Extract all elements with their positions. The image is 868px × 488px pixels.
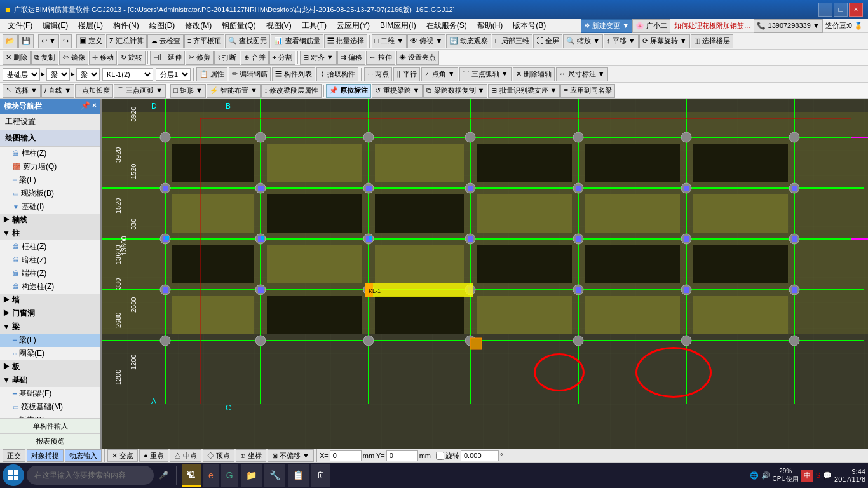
delete-btn[interactable]: ✕ 删除 — [3, 51, 31, 65]
zoom-btn[interactable]: 🔍 缩放 ▼ — [563, 34, 603, 48]
redo-btn[interactable]: ↪ — [60, 34, 72, 48]
original-label-btn[interactable]: 📌 原位标注 — [326, 84, 371, 98]
taskbar-app-browser[interactable]: e — [203, 464, 219, 487]
point-angle-btn[interactable]: ∠ 点角 ▼ — [421, 67, 458, 81]
x-input[interactable] — [330, 450, 362, 461]
start-button[interactable] — [3, 464, 24, 486]
sum-calc-btn[interactable]: Σ 汇总计算 — [106, 34, 147, 48]
save-btn[interactable]: 💾 — [18, 34, 34, 48]
span-copy-btn[interactable]: ⧉ 梁跨数据复制 ▼ — [423, 84, 487, 98]
y-input[interactable] — [386, 450, 418, 461]
select-tool-btn[interactable]: ↖ 选择 ▼ — [3, 84, 41, 98]
level-floor-btn[interactable]: ≡ 齐平板顶 — [184, 34, 224, 48]
menu-bim[interactable]: BIM应用(I) — [375, 19, 421, 32]
set-grip-btn[interactable]: ◈ 设置夹点 — [396, 51, 439, 65]
sidebar-item-foundation-i[interactable]: ▼基础(I) — [0, 200, 100, 214]
assistant-btn[interactable]: 🌸 广小二 — [632, 19, 670, 33]
pick-element-btn[interactable]: ⊹ 拾取构件 — [316, 67, 358, 81]
copy-btn[interactable]: ⧉ 复制 — [31, 51, 58, 65]
rotate-input[interactable] — [461, 450, 499, 461]
move-btn[interactable]: ✛ 移动 — [89, 51, 117, 65]
sidebar-item-end-col[interactable]: 🏛端柱(Z) — [0, 267, 100, 280]
coord-snap-btn[interactable]: ⊕ 坐标 — [236, 449, 266, 462]
del-aux-btn[interactable]: ✕ 删除辅轴 — [513, 67, 555, 81]
merge-btn[interactable]: ⊕ 合并 — [241, 51, 269, 65]
trim-btn[interactable]: ✂ 修剪 — [186, 51, 214, 65]
taskbar-app-chrome[interactable]: G — [221, 464, 238, 487]
no-offset-btn[interactable]: ⊠ 不偏移 ▼ — [268, 449, 314, 462]
mirror-btn[interactable]: ⇔ 镜像 — [59, 51, 88, 65]
menu-file[interactable]: 文件(F) — [3, 19, 37, 32]
intersection-snap-btn[interactable]: ✕ 交点 — [107, 449, 138, 462]
taskbar-app-4[interactable]: 🗓 — [311, 464, 330, 487]
cad-canvas[interactable]: 3920 1520 13600 2680 1200 330 D A C B KL… — [102, 99, 868, 449]
menu-element[interactable]: 构件(N) — [108, 19, 144, 32]
sidebar-item-wall-q[interactable]: 🧱剪力墙(Q) — [0, 160, 100, 173]
menu-view[interactable]: 视图(V) — [261, 19, 297, 32]
fullscreen-btn[interactable]: ⛶ 全屏 — [533, 34, 562, 48]
sidebar-item-dark-col[interactable]: 🏛暗柱(Z) — [0, 254, 100, 267]
menu-help[interactable]: 帮助(H) — [472, 19, 508, 32]
offset-btn[interactable]: ⇉ 偏移 — [337, 51, 365, 65]
rotate-screen-btn[interactable]: ⟳ 屏幕旋转 ▼ — [639, 34, 690, 48]
menu-version[interactable]: 版本号(B) — [508, 19, 551, 32]
menu-edit[interactable]: 编辑(E) — [37, 19, 73, 32]
re-extract-btn[interactable]: ↺ 重提梁跨 ▼ — [372, 84, 423, 98]
select-layer-btn[interactable]: ◫ 选择楼层 — [691, 34, 733, 48]
properties-btn[interactable]: 📋 属性 — [196, 67, 227, 81]
single-element-input-btn[interactable]: 单构件输入 — [0, 419, 100, 434]
object-snap-btn[interactable]: 对象捕捉 — [27, 449, 64, 462]
batch-select-btn[interactable]: ☰ 批量选择 — [324, 34, 367, 48]
menu-cloud[interactable]: 云应用(Y) — [332, 19, 375, 32]
stretch-btn[interactable]: ↔ 拉伸 — [366, 51, 395, 65]
two-point-btn[interactable]: · · 两点 — [364, 67, 392, 81]
three-arc-btn[interactable]: ⌒ 三点弧轴 ▼ — [459, 67, 512, 81]
sidebar-item-frame-col[interactable]: 🏛框柱(Z) — [0, 240, 100, 254]
three-arc-draw-btn[interactable]: ⌒ 三点画弧 ▼ — [114, 84, 166, 98]
find-element-btn[interactable]: 🔍 查找图元 — [225, 34, 270, 48]
element-name-select[interactable]: KL-1(2) — [102, 68, 153, 81]
phone-number[interactable]: 📞 13907298339 ▼ — [754, 19, 822, 33]
sidebar-section-slab[interactable]: ▶ 板 — [0, 360, 100, 374]
taskbar-app-folder[interactable]: 📁 — [241, 464, 262, 487]
rotate-checkbox[interactable] — [436, 452, 444, 460]
new-change-btn[interactable]: ❖ 新建变更 ▼ — [581, 19, 632, 33]
menu-floor[interactable]: 楼层(L) — [73, 19, 108, 32]
dim-note-btn[interactable]: ↔ 尺寸标注 ▼ — [556, 67, 608, 81]
line-btn[interactable]: / 直线 ▼ — [41, 84, 74, 98]
menu-tools[interactable]: 工具(T) — [297, 19, 332, 32]
network-icon[interactable]: 🌐 — [750, 471, 759, 480]
point-length-btn[interactable]: · 点加长度 — [75, 84, 113, 98]
sidebar-item-found-beam[interactable]: ━基础梁(F) — [0, 387, 100, 400]
sidebar-section-openings[interactable]: ▶ 门窗洞 — [0, 307, 100, 320]
2d-btn[interactable]: □ 二维 ▼ — [372, 34, 407, 48]
menu-rebar[interactable]: 钢筋量(Q) — [217, 19, 261, 32]
sidebar-section-wall[interactable]: ▶ 墙 — [0, 294, 100, 307]
apply-same-name-btn[interactable]: ≡ 应用到同名梁 — [560, 84, 614, 98]
sidebar-item-ring-beam[interactable]: ○圈梁(E) — [0, 347, 100, 360]
taskbar-app-3[interactable]: 📋 — [288, 464, 309, 487]
nav-drawing-input[interactable]: 绘图输入 — [0, 130, 100, 147]
input-method-indicator[interactable]: 中 — [801, 470, 813, 482]
datetime-display[interactable]: 9:44 2017/11/8 — [834, 468, 865, 483]
sidebar-section-axis[interactable]: ▶ 轴线 — [0, 214, 100, 227]
sidebar-item-beam-l2[interactable]: ━梁(L) — [0, 334, 100, 347]
pan-btn[interactable]: ↕ 平移 ▼ — [604, 34, 639, 48]
open-file-btn[interactable]: 📂 — [3, 34, 18, 48]
batch-identify-btn[interactable]: ⊞ 批量识别梁支座 ▼ — [488, 84, 560, 98]
sidebar-item-column-z[interactable]: 🏛框柱(Z) — [0, 147, 100, 160]
edit-rebar-btn[interactable]: ✏ 编辑钢筋 — [229, 67, 271, 81]
nav-engineering-setup[interactable]: 工程设置 — [0, 114, 100, 130]
view-rebar-btn[interactable]: 📊 查看钢筋量 — [271, 34, 323, 48]
dynamic-view-btn[interactable]: 🔄 动态观察 — [446, 34, 491, 48]
element-type-select[interactable]: 梁 — [76, 68, 100, 81]
sidebar-item-raft-found[interactable]: ▭筏板基础(M) — [0, 400, 100, 414]
cloud-check-btn[interactable]: ☁ 云检查 — [147, 34, 184, 48]
parallel-btn[interactable]: ∥ 平行 — [393, 67, 419, 81]
element-list-btn[interactable]: ☰ 构件列表 — [272, 67, 315, 81]
orthogonal-btn[interactable]: 正交 — [3, 449, 25, 462]
smart-place-btn[interactable]: ⚡ 智能布置 ▼ — [207, 84, 261, 98]
sidebar-item-slab-b[interactable]: ▭现浇板(B) — [0, 187, 100, 200]
notifications-icon[interactable]: 💬 — [823, 471, 832, 480]
mic-icon[interactable]: 🎤 — [156, 471, 171, 480]
